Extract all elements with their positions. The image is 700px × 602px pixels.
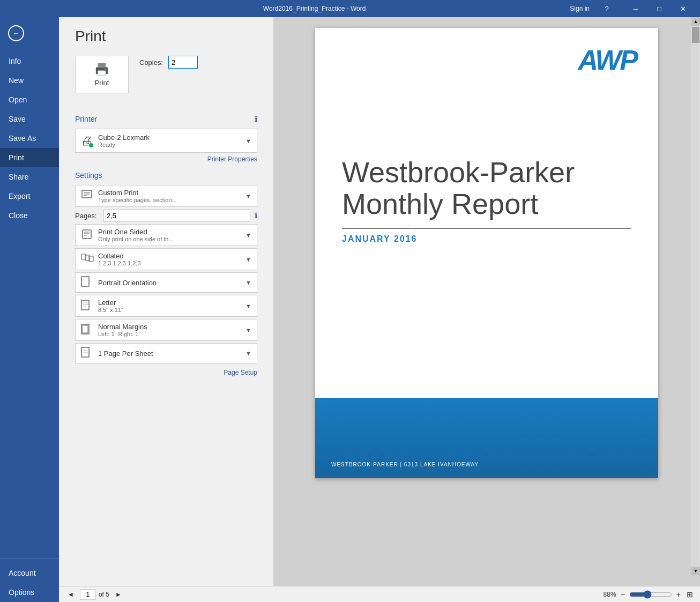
minimize-button[interactable]: ─ bbox=[624, 0, 647, 17]
custom-print-arrow: ▼ bbox=[245, 193, 251, 199]
printer-name: Cube-2 Lexmark bbox=[98, 133, 240, 142]
printer-icon bbox=[94, 62, 110, 76]
zoom-level: 88% bbox=[604, 591, 616, 598]
margins-arrow: ▼ bbox=[245, 327, 251, 333]
scroll-down-button[interactable]: ▼ bbox=[691, 567, 700, 575]
back-circle-icon: ← bbox=[8, 25, 24, 41]
fit-page-button[interactable]: ⊞ bbox=[685, 590, 695, 599]
printer-info-icon[interactable]: ℹ bbox=[255, 115, 257, 123]
zoom-controls: 88% − + ⊞ bbox=[604, 590, 695, 599]
settings-section-title: Settings bbox=[75, 171, 257, 180]
page-count: of 5 bbox=[99, 591, 109, 598]
printer-properties-link[interactable]: Printer Properties bbox=[75, 155, 257, 163]
printer-selector[interactable]: 🖨 Cube-2 Lexmark Ready ▼ bbox=[75, 129, 257, 153]
sidebar-item-info[interactable]: Info bbox=[0, 51, 59, 71]
pages-per-sheet-row[interactable]: 1 Page Per Sheet ▼ bbox=[75, 343, 257, 363]
collated-row[interactable]: Collated 1,2,3 1,2,3 1,2,3 ▼ bbox=[75, 248, 257, 270]
one-sided-sub: Only print on one side of th... bbox=[98, 236, 241, 242]
sidebar-divider bbox=[0, 559, 59, 559]
pages-per-sheet-text: 1 Page Per Sheet bbox=[98, 350, 241, 358]
sidebar-item-print[interactable]: Print bbox=[0, 148, 59, 167]
next-page-button[interactable]: ► bbox=[112, 589, 125, 600]
custom-print-row[interactable]: Custom Print Type specific pages, sectio… bbox=[75, 185, 257, 207]
zoom-slider[interactable] bbox=[629, 590, 672, 599]
pages-row: Pages: ℹ bbox=[75, 209, 257, 222]
preview-area: ▲ ▼ AWP bbox=[273, 17, 700, 586]
sidebar-item-export[interactable]: Export bbox=[0, 187, 59, 206]
printer-info: Cube-2 Lexmark Ready bbox=[98, 133, 240, 148]
zoom-out-button[interactable]: − bbox=[619, 590, 627, 599]
page-number-input[interactable] bbox=[80, 589, 96, 600]
doc-subtitle: JANUARY 2016 bbox=[342, 234, 631, 244]
doc-main-title: Westbrook-ParkerMonthly Report bbox=[342, 157, 631, 220]
one-sided-arrow: ▼ bbox=[245, 232, 251, 239]
portrait-arrow: ▼ bbox=[245, 279, 251, 286]
doc-separator bbox=[342, 228, 631, 229]
window-controls: ? ─ □ ✕ bbox=[595, 0, 695, 17]
print-title: Print bbox=[75, 28, 257, 45]
help-button[interactable]: ? bbox=[595, 0, 619, 17]
portrait-row[interactable]: Portrait Orientation ▼ bbox=[75, 272, 257, 293]
sidebar-item-share[interactable]: Share bbox=[0, 167, 59, 187]
pages-input[interactable] bbox=[103, 209, 250, 222]
prev-page-button[interactable]: ◄ bbox=[64, 589, 77, 600]
one-sided-label: Print One Sided bbox=[98, 228, 241, 236]
sidebar-bottom: Account Options bbox=[0, 554, 59, 602]
status-bar: ◄ of 5 ► 88% − + ⊞ bbox=[59, 586, 700, 602]
scroll-up-button[interactable]: ▲ bbox=[691, 17, 700, 26]
signin-link[interactable]: Sign in bbox=[570, 5, 590, 12]
letter-arrow: ▼ bbox=[245, 303, 251, 309]
nav-controls: ◄ of 5 ► bbox=[64, 589, 125, 600]
printer-status: Ready bbox=[98, 142, 240, 148]
margins-text: Normal Margins Left: 1" Right: 1" bbox=[98, 323, 241, 337]
close-button[interactable]: ✕ bbox=[671, 0, 695, 17]
letter-icon bbox=[81, 300, 94, 313]
collated-arrow: ▼ bbox=[245, 256, 251, 263]
portrait-text: Portrait Orientation bbox=[98, 279, 241, 287]
scroll-thumb[interactable] bbox=[692, 27, 699, 43]
pages-per-sheet-label: 1 Page Per Sheet bbox=[98, 350, 241, 358]
zoom-in-button[interactable]: + bbox=[675, 590, 682, 599]
restore-button[interactable]: □ bbox=[647, 0, 671, 17]
sidebar-item-save-as[interactable]: Save As bbox=[0, 129, 59, 148]
svg-rect-15 bbox=[81, 277, 89, 286]
collated-label: Collated bbox=[98, 252, 241, 260]
svg-rect-21 bbox=[83, 325, 88, 333]
sidebar-item-new[interactable]: New bbox=[0, 71, 59, 90]
print-button[interactable]: Print bbox=[75, 56, 129, 93]
printer-dropdown-arrow: ▼ bbox=[245, 138, 251, 144]
page-setup-link[interactable]: Page Setup bbox=[75, 369, 257, 376]
sidebar-nav: Info New Open Save Save As Print Share E… bbox=[0, 51, 59, 225]
svg-rect-2 bbox=[98, 71, 106, 75]
doc-footer-text: WESTBROOK-PARKER | 6313 LAKE IVANHOEWAY bbox=[331, 462, 642, 467]
custom-print-sub: Type specific pages, section... bbox=[98, 197, 241, 203]
letter-text: Letter 8.5" x 11" bbox=[98, 299, 241, 313]
sidebar: ← Info New Open Save Save As Print Share… bbox=[0, 17, 59, 602]
custom-print-text: Custom Print Type specific pages, sectio… bbox=[98, 189, 241, 203]
one-sided-icon bbox=[81, 229, 94, 242]
titlebar: Word2016_Printing_Practice - Word Sign i… bbox=[0, 0, 700, 17]
pages-info-icon[interactable]: ℹ bbox=[255, 211, 257, 220]
sidebar-item-options[interactable]: Options bbox=[0, 583, 59, 602]
sidebar-item-account[interactable]: Account bbox=[0, 563, 59, 583]
one-sided-row[interactable]: Print One Sided Only print on one side o… bbox=[75, 224, 257, 246]
portrait-icon bbox=[81, 276, 94, 289]
copies-label: Copies: bbox=[139, 58, 163, 66]
sidebar-item-save[interactable]: Save bbox=[0, 109, 59, 129]
portrait-label: Portrait Orientation bbox=[98, 279, 241, 287]
titlebar-title: Word2016_Printing_Practice - Word bbox=[59, 5, 570, 12]
svg-rect-1 bbox=[98, 63, 106, 68]
scrollbar-vertical[interactable]: ▲ ▼ bbox=[691, 17, 700, 575]
sidebar-item-close[interactable]: Close bbox=[0, 206, 59, 225]
svg-rect-16 bbox=[81, 300, 89, 310]
back-button[interactable]: ← bbox=[4, 21, 28, 45]
sidebar-item-open[interactable]: Open bbox=[0, 90, 59, 109]
margins-row[interactable]: Normal Margins Left: 1" Right: 1" ▼ bbox=[75, 319, 257, 341]
collated-sub: 1,2,3 1,2,3 1,2,3 bbox=[98, 260, 241, 266]
custom-print-icon bbox=[81, 190, 94, 203]
copies-input[interactable] bbox=[168, 56, 198, 69]
letter-row[interactable]: Letter 8.5" x 11" ▼ bbox=[75, 295, 257, 317]
letter-label: Letter bbox=[98, 299, 241, 307]
copies-row: Copies: bbox=[139, 56, 198, 69]
document-page: AWP Westbrook-ParkerMonthly Report JANUA… bbox=[315, 28, 658, 478]
